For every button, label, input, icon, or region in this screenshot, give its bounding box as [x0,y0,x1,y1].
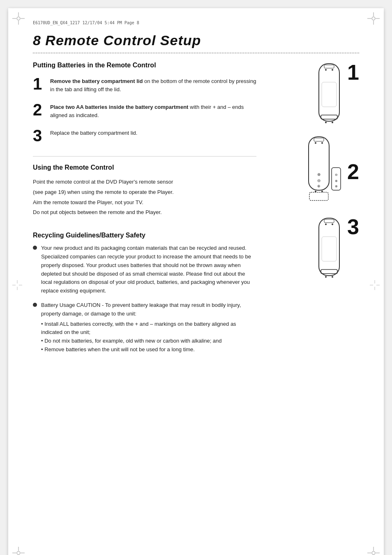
step-1-number: 1 [33,76,45,92]
page-title: 8 Remote Control Setup [33,32,359,48]
recycling-bullet-1: Your new product and its packaging conta… [33,244,256,295]
dotted-separator [33,53,359,53]
step-3-number: 3 [33,127,45,144]
right-illustrations: 1 ⊖ ⊕ ⊕ [269,62,359,360]
svg-point-51 [325,223,327,225]
step-1-bold: Remove the battery compartment lid [50,78,143,84]
illus-number-3: 3 [347,216,359,237]
svg-point-30 [332,69,333,71]
remote-svg-1 [313,62,346,127]
recycling-bullet-2-content: Battery Usage CAUTION - To prevent batte… [41,301,256,354]
step-2: 2 Place two AA batteries inside the batt… [33,101,256,119]
svg-point-37 [315,142,316,144]
using-line-3: Aim the remote toward the Player, not yo… [33,198,256,207]
bullet-dot-2 [33,303,37,307]
svg-rect-31 [324,65,334,68]
illustration-2-wrap: ⊖ ⊕ ⊕ ⊖ ⊕ ⊕ 2 [269,135,359,209]
svg-rect-39 [314,138,324,141]
recycling-bullet-1-text: Your new product and its packaging conta… [41,244,256,295]
svg-text:⊖: ⊖ [317,178,321,183]
main-layout: Putting Batteries in the Remote Control … [33,62,359,360]
svg-rect-53 [324,219,334,223]
svg-text:⊕: ⊕ [317,172,321,177]
svg-point-19 [372,551,375,555]
side-mark-right [370,280,380,292]
illus-number-2: 2 [347,161,359,182]
meta-line: E6170UD_EN_QX4_1217 12/17/04 5:44 PM Pag… [33,21,359,25]
recycling-bullet-list: Your new product and its packaging conta… [33,244,256,354]
illus-number-1: 1 [347,62,359,83]
svg-text:⊕: ⊕ [335,184,338,188]
svg-rect-55 [322,237,337,261]
step-2-text: Place two AA batteries inside the batter… [50,101,256,119]
sub-bullet-2: Do not mix batteries, for example, old w… [41,337,256,345]
corner-mark-bottom-left [12,547,25,555]
recycling-bullet-2-main: Battery Usage CAUTION - To prevent batte… [41,302,241,317]
step-2-bold: Place two AA batteries inside the batter… [50,104,188,110]
svg-point-38 [321,142,323,144]
remote-svg-2: ⊖ ⊕ ⊕ ⊖ ⊕ ⊕ [300,135,346,209]
corner-mark-top-right [367,12,380,25]
svg-point-9 [372,17,375,20]
using-line-4: Do not put objects between the remote an… [33,208,256,217]
svg-point-57 [332,276,333,278]
svg-point-35 [332,122,333,123]
svg-point-4 [17,17,20,20]
svg-point-44 [315,191,316,192]
sub-bullet-1: Install ALL batteries correctly, with th… [41,320,256,337]
recycling-heading: Recycling Guidelines/Battery Safety [33,232,256,239]
page: E6170UD_EN_QX4_1217 12/17/04 5:44 PM Pag… [8,8,384,555]
using-line-2: (see page 19) when using the remote to o… [33,188,256,197]
corner-mark-top-left [12,12,25,25]
svg-point-56 [325,276,327,278]
svg-point-34 [325,122,327,123]
recycling-section: Recycling Guidelines/Battery Safety Your… [33,232,256,354]
step-3-normal: Replace the battery compartment lid. [50,130,137,136]
batteries-heading: Putting Batteries in the Remote Control [33,62,256,69]
svg-rect-54 [321,269,337,274]
left-content: Putting Batteries in the Remote Control … [33,62,256,360]
using-line-1: Point the remote control at the DVD Play… [33,178,256,187]
illustration-1-wrap: 1 [269,62,359,127]
svg-text:⊖: ⊖ [335,173,338,177]
side-mark-left [12,280,22,292]
remote-svg-3 [313,216,346,282]
sub-bullet-3: Remove batteries when the unit will not … [41,345,256,354]
step-1: 1 Remove the battery compartment lid on … [33,76,256,93]
using-section: Using the Remote Control Point the remot… [33,156,256,217]
svg-point-14 [17,551,20,555]
svg-point-45 [321,191,323,192]
svg-rect-40 [309,192,328,200]
svg-text:⊕: ⊕ [317,184,321,188]
illustration-3-wrap: 3 [269,216,359,282]
bullet-dot-1 [33,246,37,250]
svg-rect-33 [322,82,337,107]
sub-bullet-list: Install ALL batteries correctly, with th… [41,320,256,354]
svg-point-29 [325,69,327,71]
step-1-text: Remove the battery compartment lid on th… [50,76,256,93]
step-3-text: Replace the battery compartment lid. [50,127,137,137]
svg-rect-32 [321,115,337,119]
svg-point-52 [332,223,333,225]
recycling-bullet-2: Battery Usage CAUTION - To prevent batte… [33,301,256,354]
svg-text:⊕: ⊕ [335,179,338,183]
corner-mark-bottom-right [367,547,380,555]
step-3: 3 Replace the battery compartment lid. [33,127,256,144]
using-heading: Using the Remote Control [33,164,256,171]
step-2-number: 2 [33,101,45,118]
